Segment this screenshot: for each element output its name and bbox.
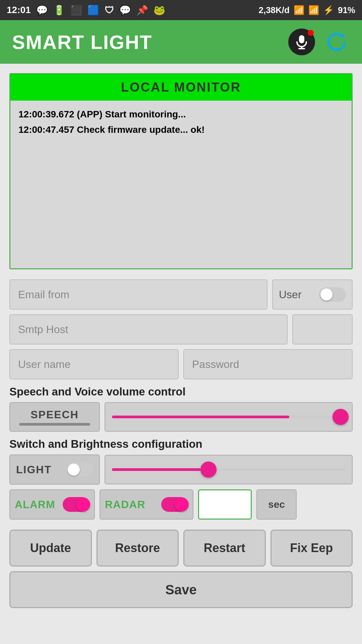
switch-section-label: Switch and Brightness configuration: [9, 438, 353, 450]
monitor-panel: LOCAL MONITOR 12:00:39.672 (APP) Start m…: [9, 73, 353, 269]
log-line-2: 12:00:47.457 Check firmware update... ok…: [18, 123, 344, 137]
speech-button-label: SPEECH: [31, 409, 79, 421]
action-buttons-row: Update Restore Restart Fix Eep: [9, 530, 353, 567]
speech-button[interactable]: SPEECH: [9, 402, 100, 432]
radar-toggle[interactable]: [161, 497, 188, 512]
monitor-body: 12:00:39.672 (APP) Start monitoring... 1…: [10, 101, 352, 268]
sec-label-box: sec: [256, 489, 297, 520]
save-button[interactable]: Save: [9, 571, 353, 608]
svg-rect-0: [299, 35, 304, 43]
smtp-host-input[interactable]: [9, 314, 288, 344]
charging-icon: ⚡: [323, 5, 334, 15]
signal-icon: 📶: [308, 5, 319, 15]
username-password-row: [9, 349, 353, 379]
alarm-label: ALARM: [15, 498, 55, 511]
restart-button[interactable]: Restart: [183, 530, 266, 567]
shield-icon: 🛡: [105, 5, 114, 16]
user-toggle-label: User: [279, 288, 302, 301]
chat-icon: 💬: [119, 5, 131, 16]
status-time: 12:01: [7, 5, 31, 15]
pin-icon: 📌: [136, 5, 148, 16]
whatsapp-icon: 💬: [36, 5, 48, 16]
app-title: SMART LIGHT: [12, 31, 152, 53]
user-toggle-wrapper: User: [272, 279, 353, 310]
battery-percent: 91%: [338, 5, 355, 15]
frog-icon: 🐸: [154, 5, 165, 16]
email-user-row: User: [9, 279, 353, 310]
sec-label: sec: [268, 499, 285, 510]
wifi-icon: 📶: [294, 5, 304, 15]
light-toggle-wrapper[interactable]: LIGHT: [9, 454, 100, 485]
light-label: LIGHT: [16, 464, 52, 476]
radar-toggle-wrapper[interactable]: RADAR: [100, 489, 193, 520]
radar-label: RADAR: [105, 498, 145, 511]
log-line-1: 12:00:39.672 (APP) Start monitoring...: [18, 107, 344, 121]
username-input[interactable]: [9, 349, 179, 379]
email-from-input[interactable]: [9, 279, 267, 310]
microphone-button[interactable]: [288, 29, 315, 55]
speech-button-bar: [19, 423, 90, 426]
speech-volume-slider[interactable]: [105, 402, 353, 432]
alarm-toggle-wrapper[interactable]: ALARM: [9, 489, 95, 520]
light-toggle[interactable]: [66, 462, 93, 477]
alarm-radar-row: ALARM RADAR 60 sec: [9, 489, 353, 520]
restore-button[interactable]: Restore: [97, 530, 179, 567]
smtp-port-row: 0: [9, 314, 353, 344]
refresh-button[interactable]: [323, 29, 350, 55]
network-speed: 2,38K/d: [258, 5, 290, 15]
battery-icon-sm: 🔋: [53, 5, 65, 16]
port-input[interactable]: 0: [292, 314, 353, 344]
sec-value-input[interactable]: 60: [198, 489, 252, 520]
light-brightness-row: LIGHT: [9, 454, 353, 485]
update-button[interactable]: Update: [9, 530, 92, 567]
main-content: LOCAL MONITOR 12:00:39.672 (APP) Start m…: [0, 64, 362, 644]
speech-row: SPEECH: [9, 402, 353, 432]
monitor-header: LOCAL MONITOR: [10, 74, 352, 101]
brightness-slider[interactable]: [105, 455, 353, 484]
speech-section-label: Speech and Voice volume control: [9, 385, 353, 398]
app-bar-icons: [288, 29, 350, 55]
status-bar: 12:01 💬 🔋 ⬛ 🟦 🛡 💬 📌 🐸 2,38K/d 📶 📶 ⚡ 91%: [0, 0, 362, 20]
user-toggle[interactable]: [319, 287, 346, 302]
password-input[interactable]: [183, 349, 353, 379]
bbm-icon: ⬛: [70, 5, 82, 16]
alarm-toggle[interactable]: [63, 497, 89, 512]
fix-eep-button[interactable]: Fix Eep: [270, 530, 353, 567]
bbm2-icon: 🟦: [87, 5, 99, 16]
app-bar: SMART LIGHT: [0, 20, 362, 64]
monitor-title: LOCAL MONITOR: [121, 80, 241, 94]
